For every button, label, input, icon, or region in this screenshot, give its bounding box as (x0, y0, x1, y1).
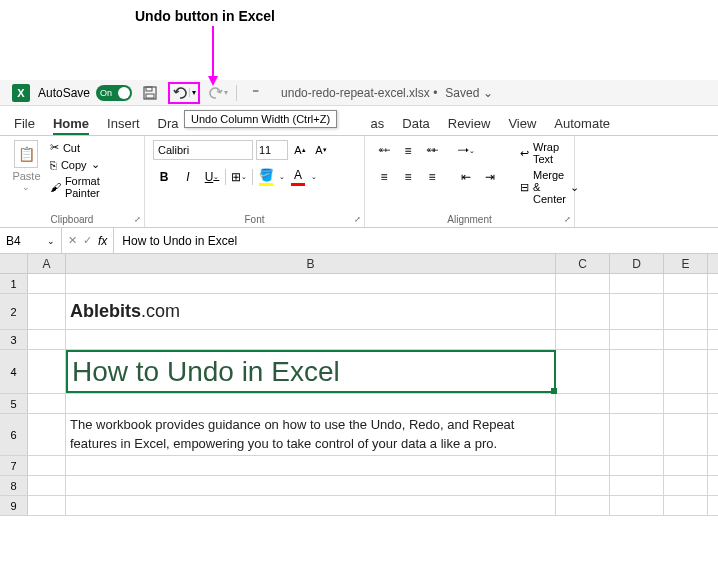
cell-b2-logo[interactable]: Ablebits.com (66, 294, 556, 329)
borders-button[interactable]: ⊞ ⌄ (228, 166, 250, 188)
undo-dropdown[interactable]: ▾ (189, 88, 196, 97)
decrease-indent-button[interactable]: ⇤ (455, 166, 477, 188)
cell[interactable] (664, 414, 708, 455)
name-box[interactable]: B4⌄ (0, 228, 62, 253)
font-size-input[interactable] (256, 140, 288, 160)
tab-home[interactable]: Home (53, 116, 89, 135)
align-middle-button[interactable]: ≡ (397, 140, 419, 162)
cell[interactable] (610, 274, 664, 293)
increase-font-button[interactable]: A▴ (291, 141, 309, 159)
cell[interactable] (556, 456, 610, 475)
qat-customize[interactable]: ⁼ (245, 83, 265, 103)
col-header-a[interactable]: A (28, 254, 66, 273)
cell[interactable] (556, 476, 610, 495)
clipboard-dialog-launcher[interactable]: ⤢ (134, 215, 141, 224)
decrease-font-button[interactable]: A▾ (312, 141, 330, 159)
cell[interactable] (610, 350, 664, 393)
document-name[interactable]: undo-redo-repeat-excel.xlsx • (281, 86, 437, 100)
cell[interactable] (28, 350, 66, 393)
cell[interactable] (664, 496, 708, 515)
cell[interactable] (664, 394, 708, 413)
cell[interactable] (610, 414, 664, 455)
cell[interactable] (28, 496, 66, 515)
row-header[interactable]: 9 (0, 496, 28, 515)
copy-button[interactable]: ⎘Copy ⌄ (49, 157, 136, 172)
align-bottom-button[interactable]: ⬵ (421, 140, 443, 162)
cell[interactable] (556, 414, 610, 455)
cell[interactable] (28, 330, 66, 349)
save-button[interactable] (140, 83, 160, 103)
align-right-button[interactable]: ≡ (421, 166, 443, 188)
row-header[interactable]: 8 (0, 476, 28, 495)
cell[interactable] (664, 350, 708, 393)
cell[interactable] (556, 394, 610, 413)
font-color-dropdown[interactable]: ⌄ (311, 173, 317, 181)
select-all-corner[interactable] (0, 254, 28, 273)
col-header-b[interactable]: B (66, 254, 556, 273)
align-center-button[interactable]: ≡ (397, 166, 419, 188)
align-left-button[interactable]: ≡ (373, 166, 395, 188)
row-header[interactable]: 5 (0, 394, 28, 413)
cell[interactable] (556, 330, 610, 349)
tab-draw[interactable]: Dra (158, 116, 179, 135)
row-header[interactable]: 7 (0, 456, 28, 475)
cell[interactable] (610, 294, 664, 329)
formula-input[interactable]: How to Undo in Excel (114, 234, 245, 248)
enter-button[interactable]: ✓ (83, 234, 92, 247)
font-name-input[interactable] (153, 140, 253, 160)
cut-button[interactable]: ✂Cut (49, 140, 136, 155)
font-color-button[interactable]: A (287, 166, 309, 188)
cell[interactable] (610, 496, 664, 515)
bold-button[interactable]: B (153, 166, 175, 188)
cell[interactable] (66, 476, 556, 495)
cell[interactable] (28, 476, 66, 495)
cell[interactable] (28, 414, 66, 455)
cell-b4-selected[interactable]: How to Undo in Excel (66, 350, 556, 393)
cell[interactable] (664, 294, 708, 329)
col-header-c[interactable]: C (556, 254, 610, 273)
cell[interactable] (664, 274, 708, 293)
underline-button[interactable]: U ⌄ (201, 166, 223, 188)
cell[interactable] (66, 274, 556, 293)
cell[interactable] (28, 294, 66, 329)
cell[interactable] (610, 456, 664, 475)
tab-review[interactable]: Review (448, 116, 491, 135)
cell[interactable] (28, 394, 66, 413)
col-header-d[interactable]: D (610, 254, 664, 273)
row-header[interactable]: 4 (0, 350, 28, 393)
wrap-text-button[interactable]: ↩Wrap Text (519, 140, 580, 166)
tab-file[interactable]: File (14, 116, 35, 135)
alignment-dialog-launcher[interactable]: ⤢ (564, 215, 571, 224)
cell[interactable] (556, 496, 610, 515)
tab-automate[interactable]: Automate (554, 116, 610, 135)
orientation-button[interactable]: ⭢ ⌄ (455, 140, 477, 162)
col-header-e[interactable]: E (664, 254, 708, 273)
fill-handle[interactable] (551, 388, 557, 394)
cancel-button[interactable]: ✕ (68, 234, 77, 247)
cell[interactable] (610, 330, 664, 349)
autosave-control[interactable]: AutoSave On (38, 85, 132, 101)
merge-center-button[interactable]: ⊟Merge & Center ⌄ (519, 168, 580, 206)
cell[interactable] (664, 456, 708, 475)
tab-data[interactable]: Data (402, 116, 429, 135)
cell-b6-description[interactable]: The workbook provides guidance on how to… (66, 414, 556, 455)
cell[interactable] (664, 330, 708, 349)
italic-button[interactable]: I (177, 166, 199, 188)
font-dialog-launcher[interactable]: ⤢ (354, 215, 361, 224)
align-top-button[interactable]: ⬴ (373, 140, 395, 162)
cell[interactable] (664, 476, 708, 495)
cell[interactable] (28, 274, 66, 293)
cell[interactable] (66, 330, 556, 349)
increase-indent-button[interactable]: ⇥ (479, 166, 501, 188)
row-header[interactable]: 3 (0, 330, 28, 349)
autosave-toggle[interactable]: On (96, 85, 132, 101)
cell[interactable] (66, 496, 556, 515)
cell[interactable] (556, 294, 610, 329)
save-status[interactable]: Saved ⌄ (445, 86, 492, 100)
paste-button[interactable]: 📋 Paste ⌄ (8, 140, 45, 200)
fill-color-dropdown[interactable]: ⌄ (279, 173, 285, 181)
row-header[interactable]: 1 (0, 274, 28, 293)
row-header[interactable]: 2 (0, 294, 28, 329)
row-header[interactable]: 6 (0, 414, 28, 455)
cell[interactable] (66, 394, 556, 413)
